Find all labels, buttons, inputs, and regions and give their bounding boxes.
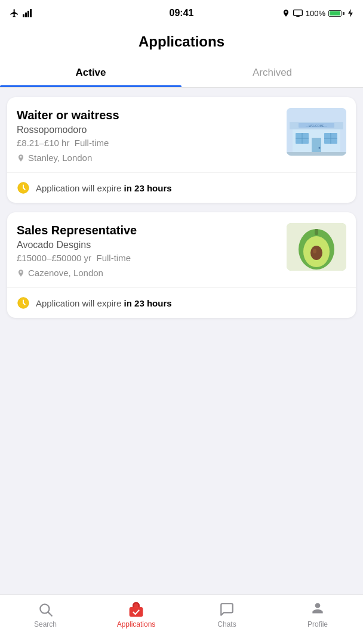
profile-nav-icon [309, 601, 326, 618]
expiry-notice-2: Application will expire in 23 hours [7, 287, 356, 318]
expiry-text-1: Application will expire in 23 hours [36, 183, 172, 193]
display-icon [293, 9, 303, 17]
svg-rect-2 [27, 11, 29, 17]
svg-point-25 [310, 246, 322, 260]
svg-line-31 [48, 612, 52, 616]
job-location-1: Stanley, London [17, 153, 279, 163]
applications-nav-icon [128, 601, 144, 618]
job-card-2[interactable]: Sales Representative Avocado Desgins £15… [7, 212, 356, 318]
expiry-text-2: Application will expire in 23 hours [36, 298, 172, 308]
nav-label-profile: Profile [307, 620, 328, 628]
tab-archived[interactable]: Archived [182, 58, 363, 87]
svg-rect-1 [25, 13, 27, 17]
search-nav-icon [37, 601, 54, 618]
battery-icon [328, 10, 344, 17]
job-image-2 [287, 223, 346, 271]
svg-point-26 [313, 249, 316, 253]
nav-label-search: Search [34, 620, 57, 628]
tabs: Active Archived [0, 58, 363, 88]
gps-icon [282, 9, 290, 17]
expiry-notice-1: Application will expire in 23 hours [7, 172, 356, 203]
job-card-2-top: Sales Representative Avocado Desgins £15… [7, 212, 356, 287]
tab-active[interactable]: Active [0, 58, 182, 87]
status-bar-left [10, 8, 33, 18]
job-company-1: Rossopomodoro [17, 125, 279, 135]
chats-nav-icon [219, 601, 235, 618]
page-title: Applications [0, 33, 363, 58]
job-location-2: Cazenove, London [17, 268, 279, 278]
job-title-1: Waiter or waitress [17, 108, 279, 122]
avocado-svg [287, 223, 346, 271]
location-icon [17, 154, 25, 162]
nav-item-chats[interactable]: Chats [182, 601, 272, 628]
clock-icon-1 [17, 181, 30, 194]
charging-icon [347, 9, 353, 17]
location-icon-2 [17, 269, 25, 277]
nav-label-chats: Chats [217, 620, 236, 628]
svg-rect-19 [287, 152, 346, 156]
status-bar: 09:41 100% [0, 0, 363, 26]
job-salary-1: £8.21–£10 hr Full-time [17, 138, 279, 148]
job-card-1-info: Waiter or waitress Rossopomodoro £8.21–£… [17, 108, 279, 163]
svg-rect-3 [30, 9, 32, 17]
nav-item-search[interactable]: Search [0, 601, 91, 628]
battery-percent: 100% [306, 9, 325, 18]
signal-icon [23, 9, 33, 17]
job-title-2: Sales Representative [17, 223, 279, 237]
main-content: Waiter or waitress Rossopomodoro £8.21–£… [0, 88, 363, 327]
svg-rect-4 [293, 10, 302, 16]
status-bar-time: 09:41 [170, 8, 194, 18]
restaurant-svg: —WELCOME— [287, 108, 346, 156]
job-image-1: —WELCOME— [287, 108, 346, 156]
job-company-2: Avocado Desgins [17, 240, 279, 250]
airplane-icon [10, 8, 19, 18]
status-bar-right: 100% [282, 9, 353, 18]
svg-rect-0 [23, 14, 24, 17]
job-salary-2: £15000–£50000 yr Full-time [17, 253, 279, 263]
job-card-1[interactable]: Waiter or waitress Rossopomodoro £8.21–£… [7, 97, 356, 203]
svg-rect-27 [315, 229, 318, 235]
nav-item-profile[interactable]: Profile [272, 601, 363, 628]
clock-icon-2 [17, 296, 30, 309]
bottom-nav: Search Applications Chats [0, 595, 363, 644]
header: Applications Active Archived [0, 26, 363, 88]
nav-label-applications: Applications [117, 620, 156, 628]
nav-item-applications[interactable]: Applications [91, 601, 182, 628]
job-card-1-top: Waiter or waitress Rossopomodoro £8.21–£… [7, 97, 356, 172]
svg-text:—WELCOME—: —WELCOME— [306, 124, 327, 128]
job-card-2-info: Sales Representative Avocado Desgins £15… [17, 223, 279, 278]
svg-point-18 [319, 147, 321, 149]
